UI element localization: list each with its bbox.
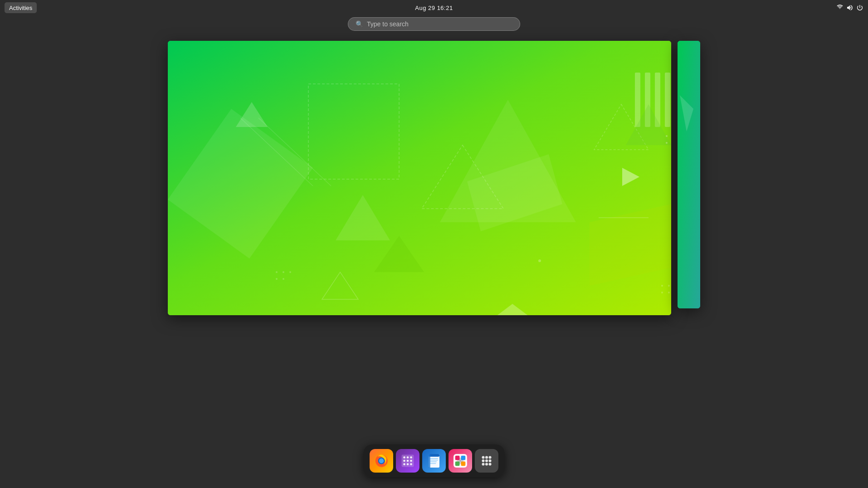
dock-store-icon[interactable]: [449, 449, 472, 473]
svg-point-71: [482, 456, 485, 459]
svg-rect-2: [635, 73, 640, 127]
svg-point-37: [289, 271, 291, 273]
svg-point-28: [668, 292, 670, 293]
svg-point-73: [489, 456, 492, 459]
svg-point-24: [668, 285, 670, 287]
search-bar: 🔍: [348, 17, 520, 31]
svg-point-53: [410, 460, 412, 462]
svg-point-76: [489, 459, 492, 462]
svg-point-20: [666, 142, 668, 144]
volume-icon[interactable]: [846, 4, 853, 11]
search-icon: 🔍: [356, 20, 363, 28]
svg-rect-63: [429, 454, 430, 468]
power-icon[interactable]: [856, 4, 863, 11]
system-icons: [836, 4, 863, 11]
svg-point-48: [403, 456, 405, 459]
svg-point-46: [379, 459, 384, 464]
dock-calendar-icon[interactable]: [396, 449, 419, 473]
svg-point-55: [407, 463, 409, 465]
svg-rect-5: [665, 73, 670, 127]
svg-point-54: [403, 463, 405, 465]
clock: Aug 29 16:21: [415, 5, 453, 11]
activities-button[interactable]: Activities: [5, 2, 37, 13]
svg-point-49: [407, 456, 409, 459]
dock-firefox-icon[interactable]: [370, 449, 393, 473]
svg-point-75: [485, 459, 488, 462]
wallpaper: [168, 41, 671, 315]
svg-point-39: [283, 278, 284, 280]
svg-point-78: [485, 463, 488, 466]
svg-rect-66: [461, 456, 466, 460]
svg-rect-70: [457, 460, 463, 462]
dock-container: [363, 444, 505, 477]
dock-apps-grid-icon[interactable]: [475, 449, 498, 473]
svg-point-79: [489, 463, 492, 466]
dock: [363, 444, 505, 477]
dock-writer-icon[interactable]: [422, 449, 446, 473]
svg-rect-62: [430, 463, 436, 464]
svg-rect-60: [430, 460, 438, 461]
search-container: 🔍: [348, 17, 520, 31]
search-input[interactable]: [367, 20, 512, 28]
side-window[interactable]: [678, 41, 700, 308]
svg-point-38: [276, 278, 278, 280]
svg-point-56: [410, 463, 412, 465]
svg-rect-67: [455, 462, 460, 466]
top-bar: Activities Aug 29 16:21: [0, 0, 868, 15]
svg-point-27: [661, 292, 663, 293]
svg-point-35: [276, 271, 278, 273]
svg-rect-59: [430, 458, 438, 459]
svg-point-52: [407, 460, 409, 462]
svg-point-36: [283, 271, 284, 273]
svg-point-74: [482, 459, 485, 462]
svg-point-50: [410, 456, 412, 459]
main-window[interactable]: [168, 41, 671, 315]
svg-point-23: [661, 285, 663, 287]
svg-point-77: [482, 463, 485, 466]
svg-rect-61: [430, 462, 437, 463]
svg-point-31: [538, 259, 541, 262]
svg-rect-68: [461, 462, 466, 466]
svg-rect-42: [678, 41, 700, 308]
svg-rect-65: [455, 456, 460, 460]
svg-point-17: [666, 135, 668, 137]
workspace-container: [168, 41, 700, 315]
network-icon[interactable]: [836, 4, 844, 11]
svg-point-72: [485, 456, 488, 459]
svg-point-51: [403, 460, 405, 462]
